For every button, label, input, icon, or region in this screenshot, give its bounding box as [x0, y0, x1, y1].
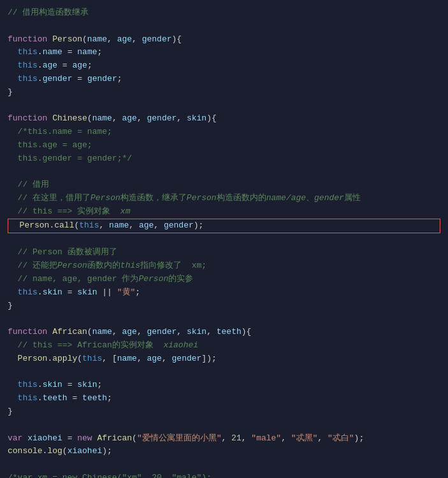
code-line-12: this.gender = gender;*/: [8, 152, 440, 166]
code-line-blank-8: [8, 458, 440, 472]
code-editor: // 借用构造函数继承 function Person(name, age, g…: [0, 0, 448, 478]
code-line-6: this.gender = gender;: [8, 73, 440, 86]
code-line-blank-3: [8, 166, 440, 179]
code-line-highlighted: Person.call(this, name, age, gender);: [8, 219, 440, 233]
code-line-25: function African(name, age, gender, skin…: [8, 326, 440, 339]
code-line-15: // 在这里，借用了Person构造函数，继承了Person构造函数内的name…: [8, 192, 440, 205]
code-line-blank-1: [8, 20, 440, 33]
code-line-21: // name, age, gender 作为Person的实参: [8, 273, 440, 286]
code-line-7: }: [8, 86, 440, 99]
code-line-34: console.log(xiaohei);: [8, 445, 440, 458]
comment-text: // 借用构造函数继承: [8, 8, 89, 17]
code-line-10: /*this.name = name;: [8, 126, 440, 139]
code-line-33: var xiaohei = new African("爱情公寓里面的小黑", 2…: [8, 432, 440, 445]
code-line-blank-2: [8, 99, 440, 113]
code-line-36: /*var xm = new Chinese("xm", 20, "male")…: [8, 472, 440, 478]
code-line-4: this.name = name;: [8, 46, 440, 59]
code-line-blank-6: [8, 366, 440, 379]
code-line-3: function Person(name, age, gender){: [8, 33, 440, 47]
code-line-blank-4: [8, 233, 440, 247]
code-line-9: function Chinese(name, age, gender, skin…: [8, 112, 440, 126]
code-line-19: // Person 函数被调用了: [8, 246, 440, 259]
code-line-30: this.teeth = teeth;: [8, 392, 440, 405]
code-line-29: this.skin = skin;: [8, 379, 440, 392]
code-line-blank-5: [8, 312, 440, 326]
code-line-16: // this ==> 实例对象 xm: [8, 205, 440, 219]
code-line-blank-7: [8, 419, 440, 432]
code-line-31: }: [8, 405, 440, 419]
code-line-26: // this ==> African的实例对象 xiaohei: [8, 339, 440, 352]
code-line-27: Person.apply(this, [name, age, gender]);: [8, 352, 440, 366]
code-line-1: // 借用构造函数继承: [8, 6, 440, 20]
code-line-11: this.age = age;: [8, 139, 440, 152]
code-line-22: this.skin = skin || "黄";: [8, 286, 440, 300]
code-line-5: this.age = age;: [8, 59, 440, 73]
code-line-20: // 还能把Person函数内的this指向修改了 xm;: [8, 259, 440, 273]
code-line-14: // 借用: [8, 178, 440, 192]
code-line-23: }: [8, 300, 440, 313]
